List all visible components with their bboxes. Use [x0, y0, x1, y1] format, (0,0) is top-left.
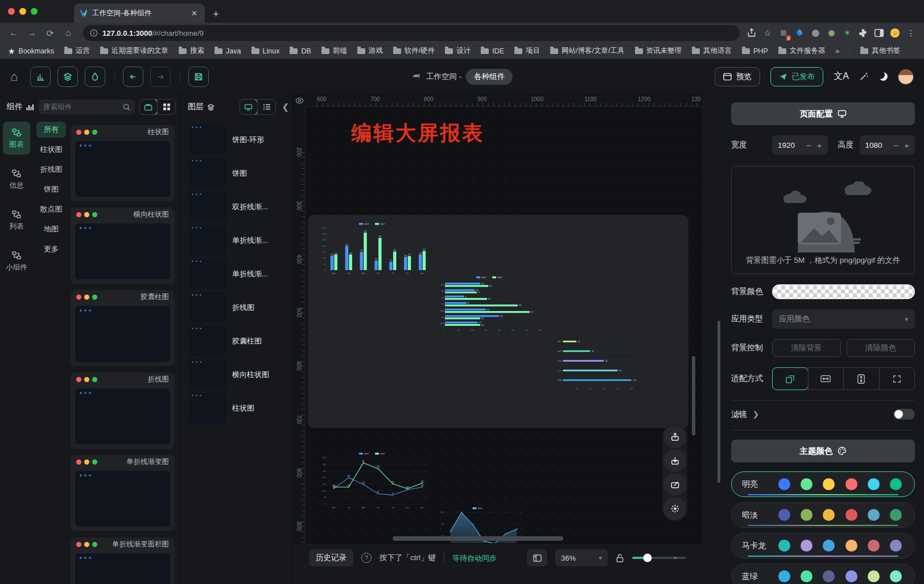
widget-line-chart[interactable]: data1data2050100150200250300350MonTueWed… [318, 452, 432, 510]
share-icon[interactable] [746, 28, 757, 38]
bookmark-folder[interactable]: 设计 [445, 46, 471, 56]
back-button[interactable]: ← [6, 25, 22, 41]
close-window-button[interactable] [8, 8, 15, 15]
component-card[interactable]: 单折线渐变图 [71, 455, 175, 531]
layer-item[interactable]: 胶囊柱图 [181, 324, 292, 358]
address-bar[interactable]: 127.0.0.1:3000/#/chart/home/9 [83, 25, 740, 41]
component-card[interactable]: 单折线渐变面积图 [71, 537, 175, 584]
save-button[interactable] [188, 67, 209, 87]
bookmark-folder[interactable]: 运营 [64, 46, 90, 56]
home-button[interactable]: ⌂ [60, 25, 76, 41]
app-home-icon[interactable]: ⌂ [10, 69, 18, 84]
extensions-puzzle-icon[interactable] [858, 28, 868, 38]
increment-icon[interactable]: + [904, 140, 909, 150]
history-button[interactable]: 历史记录 [309, 549, 353, 566]
undo-button[interactable] [123, 67, 143, 87]
bookmark-folder[interactable]: 游戏 [357, 46, 383, 56]
category-item[interactable]: 饼图 [36, 181, 66, 197]
forward-button[interactable]: → [24, 25, 40, 41]
extension-icon[interactable]: g [778, 28, 789, 38]
canvas-viewport[interactable]: 编辑大屏报表 data1data2050100150200250300350Mo… [306, 107, 701, 543]
chevron-right-icon[interactable]: ❯ [753, 410, 759, 419]
layer-item[interactable]: 横向柱状图 [181, 358, 292, 391]
language-switch-icon[interactable]: 文A [834, 71, 849, 82]
layer-item[interactable]: 折线图 [181, 291, 292, 324]
layer-item[interactable]: 单折线渐... [181, 223, 292, 257]
clear-background-button[interactable]: 清除背景 [772, 339, 841, 357]
bookmarks-overflow-chevron[interactable]: » [835, 47, 839, 55]
extension-icon[interactable] [826, 28, 836, 38]
bookmark-folder[interactable]: 搜索 [179, 46, 204, 56]
bookmark-folder[interactable]: 网站/博客/文章/工具 [550, 46, 624, 56]
preview-button[interactable]: 预览 [715, 67, 760, 86]
decrement-icon[interactable]: − [806, 140, 811, 150]
list-view-toggle-button[interactable] [257, 100, 275, 114]
zoom-slider[interactable] [632, 557, 686, 559]
layer-item[interactable]: 饼图 [181, 156, 292, 190]
canvas-area[interactable]: 6007008009001000110012001300 20030040050… [293, 94, 701, 584]
category-item[interactable]: 更多 [36, 241, 66, 257]
theme-option[interactable]: 蓝绿 [731, 564, 915, 584]
nav-rail-item[interactable]: 小组件 [3, 245, 30, 277]
bookmark-folder[interactable]: 前端 [321, 46, 347, 56]
theme-option[interactable]: 马卡龙 [731, 533, 915, 558]
dark-mode-toggle-icon[interactable] [879, 72, 888, 81]
maximize-window-button[interactable] [31, 8, 38, 15]
charts-panel-toggle-button[interactable] [30, 67, 51, 87]
import-button[interactable] [663, 449, 686, 472]
url-text[interactable]: 127.0.0.1:3000/#/chart/home/9 [102, 29, 204, 38]
export-button[interactable] [663, 425, 686, 448]
component-card[interactable]: 折线图 [71, 372, 175, 449]
widget-bar-chart[interactable]: data1data2050100150200250300350MonTueWed… [318, 222, 432, 275]
theme-option[interactable]: 明亮 [731, 471, 915, 497]
widget-hbar-chart[interactable]: data1data2050100150200250300350Mon120130… [438, 275, 547, 332]
category-item[interactable]: 所有 [36, 122, 66, 138]
theme-option[interactable]: 暗淡 [731, 502, 915, 528]
window-controls[interactable] [0, 0, 44, 23]
edit-button[interactable] [663, 473, 686, 496]
nav-rail-item[interactable]: 信息 [3, 163, 30, 196]
layer-item[interactable]: 柱状图 [181, 391, 292, 425]
extension-icon[interactable] [794, 28, 805, 38]
height-stepper[interactable]: 1080−+ [860, 135, 915, 155]
fit-auto-button[interactable] [772, 367, 808, 390]
bookmark-star-icon[interactable]: ☆ [762, 28, 773, 38]
magic-wand-icon[interactable] [859, 72, 869, 81]
category-item[interactable]: 地图 [36, 221, 66, 237]
eye-icon[interactable] [294, 95, 305, 106]
fit-stretch-button[interactable] [879, 368, 915, 390]
new-tab-button[interactable]: + [213, 8, 219, 20]
single-view-toggle-button[interactable] [139, 99, 158, 115]
bookmark-folder[interactable]: Java [214, 47, 241, 55]
bookmark-folder[interactable]: 资讯未整理 [635, 46, 682, 56]
fit-width-button[interactable] [808, 368, 844, 390]
bookmark-folder[interactable]: 软件/硬件 [393, 46, 435, 56]
category-item[interactable]: 散点图 [36, 201, 66, 217]
bookmark-folder[interactable]: 近期需要读的文章 [100, 46, 168, 56]
widget-capsule-chart[interactable]: 厦门20南阳40北京60上海80新疆100020406080100 [554, 334, 638, 390]
horizontal-scrollbar[interactable] [393, 536, 563, 541]
grid-view-toggle-button[interactable] [157, 100, 175, 114]
canvas-title-text[interactable]: 编辑大屏报表 [351, 119, 484, 147]
increment-icon[interactable]: + [817, 140, 822, 150]
reload-button[interactable]: ⟳ [42, 25, 58, 41]
layer-item[interactable]: 饼图-环形 [181, 123, 292, 156]
layer-item[interactable]: 双折线渐... [181, 190, 292, 223]
category-item[interactable]: 折线图 [36, 161, 66, 177]
component-card[interactable]: 横向柱状图 [71, 208, 175, 284]
width-stepper[interactable]: 1920−+ [772, 135, 828, 155]
workspace-name-pill[interactable]: 各种组件 [466, 69, 513, 85]
component-card[interactable]: 柱状图 [71, 125, 175, 201]
profile-avatar[interactable]: ☺ [890, 28, 900, 38]
layers-panel-toggle-button[interactable] [57, 67, 78, 87]
bookmark-folder[interactable]: 项目 [514, 46, 540, 56]
publish-button[interactable]: 已发布 [770, 67, 824, 86]
collapse-panel-chevron[interactable]: ❮ [282, 102, 289, 112]
search-component-input[interactable]: 搜索组件 [39, 100, 135, 114]
extension-icon[interactable] [810, 28, 820, 38]
site-info-icon[interactable] [90, 29, 98, 37]
vertical-scrollbar[interactable] [692, 356, 695, 436]
panel-scrollbar[interactable] [717, 321, 720, 483]
bookmark-folder[interactable]: 其他语言 [692, 46, 732, 56]
minimize-window-button[interactable] [19, 8, 26, 15]
